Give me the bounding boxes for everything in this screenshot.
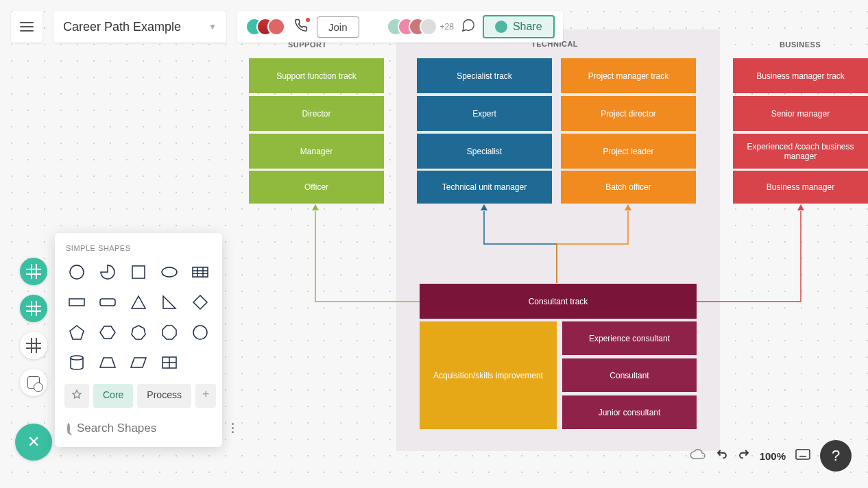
frame-tool-1[interactable] — [20, 258, 47, 285]
shapes-grid — [62, 260, 215, 374]
shape-cylinder[interactable] — [64, 351, 90, 374]
hamburger-icon — [20, 22, 34, 32]
globe-icon — [495, 21, 507, 33]
pin-tab[interactable] — [64, 384, 89, 408]
pin-icon — [71, 389, 82, 400]
close-icon: ✕ — [27, 433, 40, 451]
shape-library-tabs: Core Process + — [62, 384, 215, 408]
chevron-down-icon: ▼ — [208, 22, 217, 32]
shape-rectangle[interactable] — [64, 291, 90, 314]
shapes-panel: SIMPLE SHAPES Core Process + — [55, 233, 222, 447]
notification-dot-icon — [306, 18, 310, 22]
shape-heptagon[interactable] — [126, 321, 152, 344]
keyboard-shortcuts-button[interactable] — [795, 449, 810, 463]
svg-point-10 — [193, 326, 207, 339]
frame-icon — [27, 302, 40, 315]
shapes-icon — [27, 376, 40, 389]
collaboration-toolbar: Join +28 Share — [237, 11, 563, 42]
add-library-tab[interactable]: + — [195, 384, 217, 408]
shape-square[interactable] — [126, 260, 152, 284]
svg-rect-3 — [193, 267, 208, 277]
avatar[interactable] — [267, 18, 285, 36]
shape-right-triangle[interactable] — [156, 291, 182, 314]
svg-rect-15 — [796, 450, 810, 459]
close-panel-button[interactable]: ✕ — [15, 424, 52, 461]
plus-icon: + — [202, 387, 210, 401]
svg-rect-8 — [69, 299, 84, 306]
svg-rect-1 — [132, 266, 145, 278]
process-tab[interactable]: Process — [137, 384, 191, 408]
left-toolbar: ✕ — [15, 258, 52, 461]
shape-circle[interactable] — [64, 260, 90, 284]
join-button[interactable]: Join — [317, 16, 359, 38]
top-toolbar: Career Path Example ▼ Join +28 Sh — [11, 11, 868, 42]
shapes-search-input[interactable] — [77, 422, 222, 435]
shape-ellipse[interactable] — [156, 260, 182, 284]
shape-parallelogram[interactable] — [126, 351, 152, 374]
shape-hexagon[interactable] — [95, 321, 121, 344]
zoom-level[interactable]: 100% — [760, 450, 786, 462]
shapes-panel-heading: SIMPLE SHAPES — [62, 244, 215, 252]
svg-point-0 — [70, 265, 84, 279]
redo-icon — [738, 448, 750, 461]
search-icon — [67, 423, 70, 434]
shape-arc[interactable] — [95, 260, 121, 284]
chat-bubble-icon — [461, 18, 476, 33]
undo-button[interactable] — [716, 448, 728, 463]
frame-icon — [27, 339, 40, 352]
arrow-tech-right — [625, 204, 631, 210]
shape-table-grid[interactable] — [187, 260, 213, 284]
frame-tool-2[interactable] — [20, 295, 47, 322]
shape-empty — [187, 351, 213, 374]
document-title: Career Path Example — [63, 20, 181, 34]
avatar[interactable] — [420, 18, 437, 36]
call-button[interactable] — [292, 18, 310, 36]
shape-diamond[interactable] — [187, 291, 213, 314]
share-label: Share — [513, 21, 542, 33]
bottom-toolbar: 100% ? — [690, 440, 852, 472]
shape-triangle[interactable] — [126, 291, 152, 314]
shape-trapezoid[interactable] — [95, 351, 121, 374]
arrow-tech-left — [481, 204, 487, 210]
main-menu-button[interactable] — [11, 11, 43, 42]
help-icon: ? — [832, 447, 840, 465]
more-options-button[interactable] — [229, 420, 237, 436]
cloud-sync-button[interactable] — [690, 446, 706, 465]
shape-grid-small[interactable] — [156, 351, 182, 374]
document-title-dropdown[interactable]: Career Path Example ▼ — [53, 11, 226, 42]
cloud-icon — [690, 446, 706, 463]
arrow-business — [797, 204, 804, 210]
shapes-search-row — [62, 417, 215, 439]
frame-tool-3[interactable] — [20, 332, 47, 359]
keyboard-icon — [795, 449, 810, 460]
svg-point-11 — [71, 356, 83, 360]
shape-rounded-rect[interactable] — [95, 291, 121, 314]
collaborator-count[interactable]: +28 — [440, 22, 454, 32]
core-tab[interactable]: Core — [93, 384, 133, 408]
shapes-tool[interactable] — [20, 369, 47, 396]
svg-point-2 — [162, 267, 177, 277]
svg-rect-9 — [100, 299, 115, 306]
shape-pentagon[interactable] — [64, 321, 90, 344]
help-button[interactable]: ? — [820, 440, 852, 472]
undo-icon — [716, 448, 728, 461]
share-button[interactable]: Share — [483, 15, 555, 38]
arrow-support — [312, 204, 319, 210]
shape-decagon[interactable] — [187, 321, 213, 344]
comment-button[interactable] — [461, 18, 476, 36]
redo-button[interactable] — [738, 448, 750, 463]
shape-octagon[interactable] — [156, 321, 182, 344]
frame-icon — [27, 265, 40, 278]
